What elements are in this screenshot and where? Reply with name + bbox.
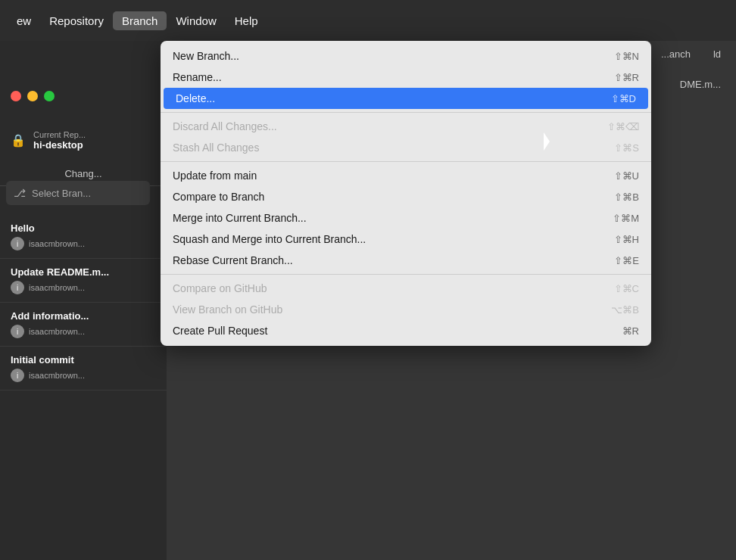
menu-compare-branch-shortcut: ⇧⌘B bbox=[614, 191, 639, 203]
repo-name: hi-desktop bbox=[33, 139, 86, 151]
list-item[interactable]: Add informatio... i isaacmbrown... bbox=[0, 303, 167, 347]
menu-merge-shortcut: ⇧⌘M bbox=[613, 213, 639, 224]
commit-title: Update README.m... bbox=[11, 266, 154, 278]
menu-pull-request-shortcut: ⌘R bbox=[622, 325, 639, 337]
menu-view-github-shortcut: ⌥⌘B bbox=[611, 304, 639, 316]
menu-compare-github: Compare on GitHub ⇧⌘C bbox=[161, 278, 651, 299]
menu-item-branch[interactable]: Branch bbox=[113, 11, 167, 30]
readme-text: DME.m... bbox=[680, 79, 721, 90]
list-item[interactable]: Initial commit i isaacmbrown... bbox=[0, 347, 167, 390]
commit-title: Hello bbox=[11, 222, 154, 234]
menu-new-branch-label: New Branch... bbox=[173, 50, 239, 62]
menu-pull-request[interactable]: Create Pull Request ⌘R bbox=[161, 320, 651, 341]
menu-item-ew[interactable]: ew bbox=[8, 11, 40, 30]
menu-discard-shortcut: ⇧⌘⌫ bbox=[607, 121, 639, 132]
menu-rebase-label: Rebase Current Branch... bbox=[173, 254, 293, 266]
menu-new-branch-shortcut: ⇧⌘N bbox=[614, 51, 639, 62]
menu-pull-request-label: Create Pull Request bbox=[173, 325, 267, 337]
select-branch-label: Select Bran... bbox=[32, 188, 91, 199]
lock-icon: 🔒 bbox=[11, 133, 26, 148]
commit-title: Initial commit bbox=[11, 354, 154, 366]
sidebar: 🔒 Current Rep... hi-desktop Chang... ⎇ S… bbox=[0, 41, 167, 560]
menu-rebase[interactable]: Rebase Current Branch... ⇧⌘E bbox=[161, 250, 651, 271]
menu-delete[interactable]: Delete... ⇧⌘D bbox=[164, 88, 648, 109]
repo-info: Current Rep... hi-desktop bbox=[33, 130, 86, 151]
branch-dropdown-menu: New Branch... ⇧⌘N Rename... ⇧⌘R Delete..… bbox=[161, 41, 651, 346]
menu-discard-label: Discard All Changes... bbox=[173, 120, 277, 132]
menu-stash-label: Stash All Changes bbox=[173, 142, 259, 154]
menu-update-label: Update from main bbox=[173, 170, 257, 182]
menu-rename-shortcut: ⇧⌘R bbox=[614, 72, 639, 83]
separator-3 bbox=[161, 274, 651, 275]
commit-title: Add informatio... bbox=[11, 310, 154, 322]
menu-squash-label: Squash and Merge into Current Branch... bbox=[173, 233, 366, 245]
menubar: ew Repository Branch Window Help bbox=[0, 0, 736, 41]
menu-rename[interactable]: Rename... ⇧⌘R bbox=[161, 67, 651, 88]
menu-merge-label: Merge into Current Branch... bbox=[173, 212, 307, 224]
menu-new-branch[interactable]: New Branch... ⇧⌘N bbox=[161, 45, 651, 67]
menu-update-main[interactable]: Update from main ⇧⌘U bbox=[161, 165, 651, 186]
list-item[interactable]: Update README.m... i isaacmbrown... bbox=[0, 259, 167, 303]
list-item[interactable]: Hello i isaacmbrown... bbox=[0, 215, 167, 259]
commit-author: isaacmbrown... bbox=[29, 371, 85, 380]
maximize-button[interactable] bbox=[44, 91, 55, 101]
menu-compare-branch[interactable]: Compare to Branch ⇧⌘B bbox=[161, 186, 651, 207]
menu-item-repository[interactable]: Repository bbox=[40, 11, 113, 30]
avatar: i bbox=[11, 281, 24, 294]
repo-label: Current Rep... bbox=[33, 130, 86, 139]
branch-icon: ⎇ bbox=[14, 187, 26, 199]
menu-rename-label: Rename... bbox=[173, 71, 222, 83]
current-repo[interactable]: 🔒 Current Rep... hi-desktop bbox=[0, 124, 167, 157]
avatar: i bbox=[11, 369, 24, 382]
menu-item-window[interactable]: Window bbox=[167, 11, 225, 30]
menu-compare-branch-label: Compare to Branch bbox=[173, 191, 264, 203]
branch-indicator: ...anch bbox=[661, 48, 691, 60]
menu-compare-github-shortcut: ⇧⌘C bbox=[614, 283, 639, 294]
menu-compare-github-label: Compare on GitHub bbox=[173, 282, 267, 294]
select-branch[interactable]: ⎇ Select Bran... bbox=[6, 181, 150, 205]
menu-discard-all: Discard All Changes... ⇧⌘⌫ bbox=[161, 116, 651, 137]
menu-stash-all: Stash All Changes ⇧⌘S bbox=[161, 137, 651, 158]
commit-author: isaacmbrown... bbox=[29, 283, 85, 292]
build-label: ld bbox=[713, 48, 721, 60]
menu-delete-shortcut: ⇧⌘D bbox=[611, 93, 636, 104]
avatar: i bbox=[11, 237, 24, 250]
commit-author: isaacmbrown... bbox=[29, 327, 85, 336]
menu-rebase-shortcut: ⇧⌘E bbox=[614, 255, 639, 266]
avatar: i bbox=[11, 325, 24, 338]
commit-author: isaacmbrown... bbox=[29, 239, 85, 248]
close-button[interactable] bbox=[11, 91, 21, 101]
menu-stash-shortcut: ⇧⌘S bbox=[614, 142, 639, 154]
menu-squash-merge[interactable]: Squash and Merge into Current Branch... … bbox=[161, 229, 651, 250]
separator-1 bbox=[161, 112, 651, 113]
traffic-lights bbox=[11, 91, 55, 101]
commit-list: Hello i isaacmbrown... Update README.m..… bbox=[0, 215, 167, 390]
menu-view-github-label: View Branch on GitHub bbox=[173, 303, 282, 316]
menu-view-github: View Branch on GitHub ⌥⌘B bbox=[161, 299, 651, 320]
menu-update-shortcut: ⇧⌘U bbox=[614, 170, 639, 182]
minimize-button[interactable] bbox=[27, 91, 38, 101]
menu-merge[interactable]: Merge into Current Branch... ⇧⌘M bbox=[161, 207, 651, 229]
menu-delete-label: Delete... bbox=[176, 92, 215, 104]
separator-2 bbox=[161, 161, 651, 162]
menu-item-help[interactable]: Help bbox=[226, 11, 267, 30]
menu-squash-shortcut: ⇧⌘H bbox=[614, 234, 639, 245]
